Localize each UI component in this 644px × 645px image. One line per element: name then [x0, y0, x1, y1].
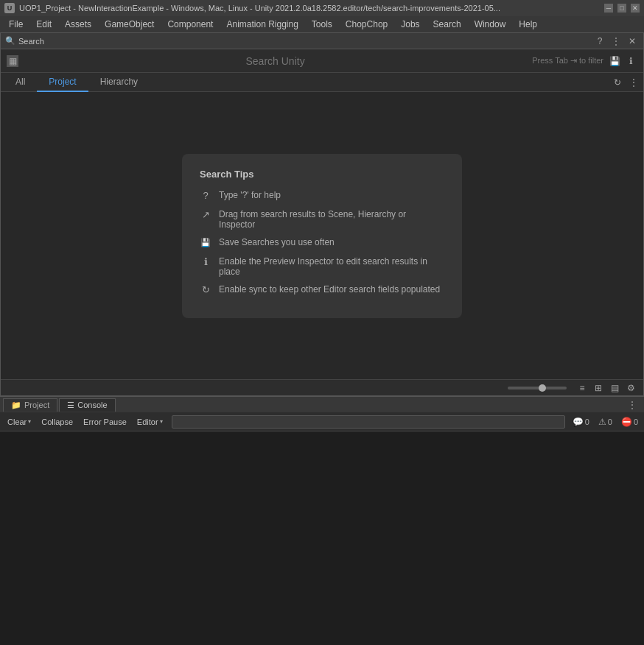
project-tab-label: Project — [24, 401, 49, 409]
error-badge[interactable]: ⛔ 0 — [618, 417, 641, 427]
tip-drag-text: Drag from search results to Scene, Hiera… — [219, 209, 444, 230]
tip-row-preview: ℹ Enable the Preview Inspector to edit s… — [200, 256, 444, 277]
tabs-more-button[interactable]: ⋮ — [627, 76, 640, 89]
refresh-button[interactable]: ↻ — [611, 76, 624, 89]
tip-row-sync: ↻ Enable sync to keep other Editor searc… — [200, 284, 444, 296]
panel-more-button[interactable]: ⋮ — [623, 400, 641, 410]
menu-item-gameobject[interactable]: GameObject — [99, 18, 160, 31]
console-badges: 💬 0 ⚠ 0 ⛔ 0 — [570, 417, 641, 427]
title-bar-text: UOP1_Project - NewInteractionExample - W… — [19, 4, 500, 13]
sidebar-toggle-button[interactable]: ▦ — [7, 55, 18, 67]
tip-row-save: 💾 Save Searches you use often — [200, 237, 444, 249]
collapse-label: Collapse — [41, 417, 73, 426]
warning-icon: ⚠ — [598, 417, 606, 427]
search-input-bar: ▦ Press Tab ⇥ to filter 💾 ℹ — [1, 49, 643, 73]
settings-button[interactable]: ⚙ — [624, 381, 637, 395]
message-count: 0 — [585, 417, 589, 426]
search-input[interactable] — [23, 55, 528, 67]
menu-item-help[interactable]: Help — [513, 18, 543, 31]
size-slider[interactable] — [508, 387, 567, 390]
close-button[interactable]: ✕ — [631, 4, 640, 13]
search-window: 🔍 Search ? ⋮ ✕ ▦ Press Tab ⇥ to filter 💾… — [0, 32, 644, 396]
tip-help-icon: ? — [200, 190, 211, 202]
panel-tabs: 📁 Project ☰ Console ⋮ — [0, 396, 644, 412]
error-icon: ⛔ — [621, 417, 632, 427]
warning-badge[interactable]: ⚠ 0 — [595, 417, 615, 427]
tip-preview-icon: ℹ — [200, 256, 211, 268]
error-pause-button[interactable]: Error Pause — [79, 416, 131, 428]
tabs-bar: All Project Hierarchy ↻ ⋮ — [1, 73, 643, 92]
search-tips-card: Search Tips ? Type '?' for help ↗ Drag f… — [182, 154, 462, 318]
minimize-button[interactable]: ─ — [604, 4, 613, 13]
clear-dropdown-icon: ▾ — [28, 418, 31, 425]
info-button[interactable]: ℹ — [624, 54, 637, 68]
menu-bar: FileEditAssetsGameObjectComponentAnimati… — [0, 16, 644, 32]
error-pause-label: Error Pause — [83, 417, 127, 426]
project-tab-icon: 📁 — [11, 401, 21, 410]
maximize-button[interactable]: □ — [617, 4, 626, 13]
table-view-button[interactable]: ▤ — [608, 381, 621, 395]
menu-item-search[interactable]: Search — [427, 18, 467, 31]
title-bar-left: U UOP1_Project - NewInteractionExample -… — [4, 3, 500, 13]
search-titlebar-right: ? ⋮ ✕ — [593, 35, 639, 48]
slider-row — [7, 387, 573, 390]
menu-item-window[interactable]: Window — [469, 18, 512, 31]
help-button[interactable]: ? — [593, 35, 606, 48]
error-count: 0 — [634, 417, 638, 426]
more-options-button[interactable]: ⋮ — [609, 35, 623, 48]
tabs-right: ↻ ⋮ — [611, 73, 640, 91]
console-content — [0, 431, 644, 627]
tab-hierarchy[interactable]: Hierarchy — [88, 73, 150, 92]
title-bar: U UOP1_Project - NewInteractionExample -… — [0, 0, 644, 16]
menu-item-file[interactable]: File — [3, 18, 29, 31]
menu-item-animation-rigging[interactable]: Animation Rigging — [220, 18, 304, 31]
message-icon: 💬 — [573, 417, 584, 427]
menu-item-tools[interactable]: Tools — [306, 18, 338, 31]
search-window-title: Search — [18, 37, 44, 46]
tip-preview-text: Enable the Preview Inspector to edit sea… — [219, 256, 444, 277]
tip-row-drag: ↗ Drag from search results to Scene, Hie… — [200, 209, 444, 230]
clear-button[interactable]: Clear ▾ — [3, 416, 35, 428]
console-toolbar: Clear ▾ Collapse Error Pause Editor ▾ 💬 … — [0, 412, 644, 431]
menu-item-chopchop[interactable]: ChopChop — [340, 18, 393, 31]
search-tips-title: Search Tips — [200, 169, 444, 180]
collapse-button[interactable]: Collapse — [37, 416, 77, 428]
search-titlebar: 🔍 Search ? ⋮ ✕ — [1, 33, 643, 49]
console-tab-icon: ☰ — [67, 401, 74, 410]
console-search-input[interactable] — [172, 415, 565, 429]
title-bar-controls: ─ □ ✕ — [604, 4, 640, 13]
menu-item-component[interactable]: Component — [161, 18, 219, 31]
menu-item-assets[interactable]: Assets — [59, 18, 97, 31]
console-search — [172, 415, 565, 429]
bottom-toolbar: ≡ ⊞ ▤ ⚙ — [1, 379, 643, 395]
clear-label: Clear — [7, 417, 27, 426]
editor-button[interactable]: Editor ▾ — [133, 416, 167, 428]
unity-icon: U — [4, 3, 15, 13]
save-search-button[interactable]: 💾 — [608, 54, 621, 68]
menu-item-jobs[interactable]: Jobs — [395, 18, 425, 31]
panel-tab-project[interactable]: 📁 Project — [3, 398, 57, 412]
message-badge[interactable]: 💬 0 — [570, 417, 592, 427]
main-content: Search Tips ? Type '?' for help ↗ Drag f… — [1, 92, 643, 379]
search-titlebar-left: 🔍 Search — [5, 36, 44, 46]
filter-hint: Press Tab ⇥ to filter — [532, 56, 603, 66]
menu-item-edit[interactable]: Edit — [30, 18, 57, 31]
tip-drag-icon: ↗ — [200, 209, 211, 221]
tip-sync-icon: ↻ — [200, 284, 211, 296]
warning-count: 0 — [608, 417, 612, 426]
editor-dropdown-icon: ▾ — [160, 418, 163, 425]
tip-save-icon: 💾 — [200, 237, 211, 249]
tip-sync-text: Enable sync to keep other Editor search … — [219, 284, 440, 295]
panel-tab-console[interactable]: ☰ Console — [59, 398, 115, 412]
list-view-button[interactable]: ≡ — [575, 381, 589, 395]
tip-help-text: Type '?' for help — [219, 190, 281, 200]
tip-row-help: ? Type '?' for help — [200, 190, 444, 202]
search-input-right: 💾 ℹ — [608, 54, 637, 68]
grid-view-button[interactable]: ⊞ — [592, 381, 605, 395]
close-search-button[interactable]: ✕ — [626, 35, 639, 48]
tab-all[interactable]: All — [4, 73, 37, 92]
tip-save-text: Save Searches you use often — [219, 237, 335, 247]
editor-label: Editor — [137, 417, 158, 426]
tab-project[interactable]: Project — [37, 73, 88, 92]
console-tab-label: Console — [77, 401, 107, 409]
